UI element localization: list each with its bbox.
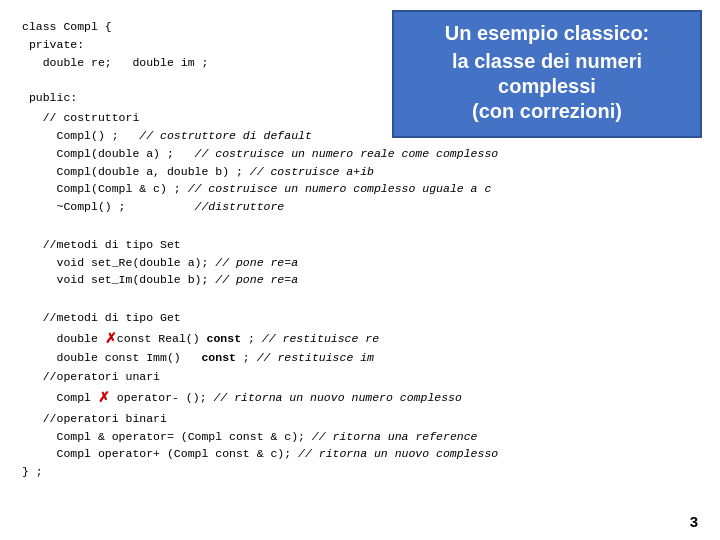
code-line-20: //operatori unari — [22, 368, 698, 386]
code-line-5: public: — [22, 89, 698, 107]
code-line-7: Compl() ; // costruttore di default — [22, 127, 698, 145]
code-line-10: Compl(Compl & c) ; // costruisce un nume… — [22, 180, 698, 198]
code-line-16 — [22, 289, 698, 307]
code-line-6: // costruttori — [22, 109, 698, 127]
code-line-22: //operatori binari — [22, 410, 698, 428]
reference-word: reference — [415, 430, 477, 443]
code-line-13: //metodi di tipo Set — [22, 236, 698, 254]
code-line-17: //metodi di tipo Get — [22, 309, 698, 327]
code-block: class Compl { private: double re; double… — [22, 18, 698, 510]
code-line-9: Compl(double a, double b) ; // costruisc… — [22, 163, 698, 181]
x-mark-2: ✗ — [98, 387, 110, 409]
code-line-24: Compl operator+ (Compl const & c); // ri… — [22, 445, 698, 463]
code-line-2: private: — [22, 36, 698, 54]
x-mark-1: ✗ — [105, 328, 117, 350]
code-line-8: Compl(double a) ; // costruisce un numer… — [22, 145, 698, 163]
code-line-23: Compl & operator= (Compl const & c); // … — [22, 428, 698, 446]
code-line-11: ~Compl() ; //distruttore — [22, 198, 698, 216]
code-line-14: void set_Re(double a); // pone re=a — [22, 254, 698, 272]
code-line-3: double re; double im ; — [22, 54, 698, 72]
code-line-18: double ✗const Real() const ; // restitui… — [22, 327, 698, 349]
code-line-15: void set_Im(double b); // pone re=a — [22, 271, 698, 289]
code-line-21: Compl ✗ operator- (); // ritorna un nuov… — [22, 386, 698, 408]
page-number: 3 — [690, 513, 698, 530]
page-container: Un esempio classico: la classe dei numer… — [0, 0, 720, 540]
code-line-25: } ; — [22, 463, 698, 481]
code-line-12 — [22, 216, 698, 234]
code-line-19: double const Imm() const ; // restituisc… — [22, 349, 698, 367]
code-line-4 — [22, 71, 698, 89]
code-line-1: class Compl { — [22, 18, 698, 36]
